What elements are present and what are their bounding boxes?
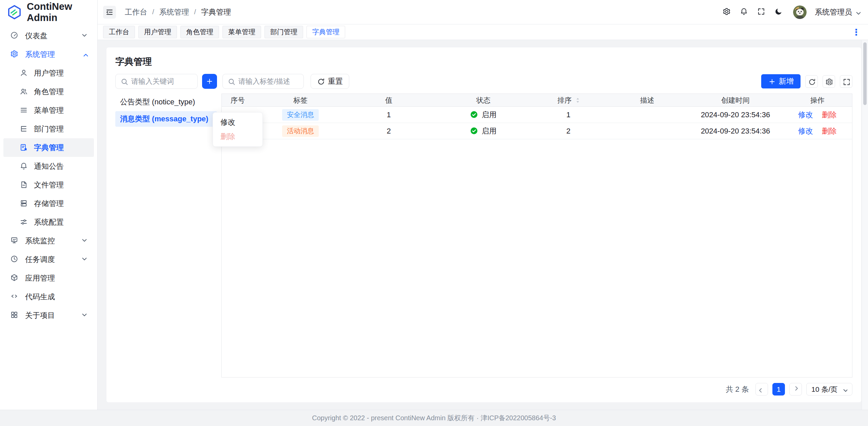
- sidebar-item-system-management[interactable]: 系统管理: [0, 45, 97, 64]
- refresh-table-button[interactable]: [805, 75, 818, 88]
- row-actions: 修改删除: [798, 110, 837, 120]
- settings-icon[interactable]: [723, 7, 732, 17]
- sidebar-item-about-project[interactable]: 关于项目: [0, 306, 97, 325]
- check-circle-icon: [470, 127, 478, 135]
- sidebar-item-task-schedule[interactable]: 任务调度: [0, 250, 97, 269]
- chevron-down-icon: [80, 255, 90, 264]
- notification-bell-icon[interactable]: [740, 7, 749, 17]
- fullscreen-icon[interactable]: [757, 7, 766, 17]
- dict-type-list: 公告类型 (notice_type) 消息类型 (message_type): [115, 94, 217, 378]
- column-header-status: 状态: [436, 96, 531, 105]
- tab-dict-management[interactable]: 字典管理: [307, 26, 345, 38]
- context-menu-edit[interactable]: 修改: [213, 115, 262, 129]
- scrollbar-track[interactable]: [862, 40, 868, 410]
- chevron-down-icon: [842, 386, 847, 392]
- breadcrumb-system-management[interactable]: 系统管理: [159, 7, 189, 17]
- sidebar-item-app-management[interactable]: 应用管理: [0, 269, 97, 287]
- dict-keyword-search[interactable]: [115, 74, 198, 89]
- edit-link[interactable]: 修改: [798, 126, 813, 136]
- header-actions: 系统管理员: [723, 5, 861, 19]
- tab-department-management[interactable]: 部门管理: [264, 26, 303, 38]
- dict-management-card: 字典管理: [106, 47, 861, 402]
- sidebar-item-user-management[interactable]: 用户管理: [0, 64, 97, 82]
- dark-mode-moon-icon[interactable]: [774, 7, 784, 17]
- sidebar: ContiNew Admin 仪表盘 系统管理 用户管理: [0, 0, 98, 410]
- column-header-created-at: 创建时间: [688, 96, 783, 105]
- file-icon: [20, 181, 28, 189]
- next-page-button[interactable]: [789, 383, 802, 395]
- add-dict-button[interactable]: [202, 74, 217, 89]
- search-icon: [120, 78, 128, 85]
- breadcrumb-separator: /: [152, 8, 154, 16]
- sidebar-item-role-management[interactable]: 角色管理: [0, 82, 97, 101]
- sliders-icon: [20, 218, 28, 227]
- breadcrumb-workplace[interactable]: 工作台: [125, 7, 147, 17]
- column-header-sort[interactable]: 排序: [531, 96, 606, 105]
- scrollbar-thumb[interactable]: [863, 42, 867, 105]
- dict-keyword-input[interactable]: [131, 77, 193, 85]
- tab-actions-more-icon[interactable]: ⋮: [852, 28, 863, 37]
- sidebar-item-system-config[interactable]: 系统配置: [0, 213, 97, 231]
- sidebar-item-code-generation[interactable]: 代码生成: [0, 287, 97, 306]
- sidebar-item-department-management[interactable]: 部门管理: [0, 120, 97, 138]
- delete-link[interactable]: 删除: [822, 126, 837, 136]
- tab-workplace[interactable]: 工作台: [103, 26, 135, 38]
- pagination: 共 2 条 1 10 条/页: [115, 383, 852, 395]
- tag-badge: 安全消息: [282, 109, 319, 121]
- new-item-button[interactable]: 新增: [761, 74, 801, 88]
- user-avatar[interactable]: [793, 5, 807, 19]
- content-area: 字典管理: [98, 40, 868, 410]
- collapse-sidebar-button[interactable]: [103, 6, 116, 19]
- sidebar-item-dict-management[interactable]: 字典管理: [3, 138, 94, 157]
- tab-menu-management[interactable]: 菜单管理: [222, 26, 261, 38]
- page-size-select[interactable]: 10 条/页: [806, 383, 852, 395]
- item-search[interactable]: [222, 74, 304, 89]
- dict-item-table: 序号 标签 值 状态 排序 描述 创建时间 操作: [221, 94, 852, 378]
- sidebar-item-menu-management[interactable]: 菜单管理: [0, 101, 97, 120]
- delete-link[interactable]: 删除: [822, 110, 837, 120]
- dict-type-message[interactable]: 消息类型 (message_type): [115, 111, 217, 127]
- chevron-down-icon: [80, 311, 90, 320]
- fullscreen-table-button[interactable]: [840, 75, 852, 88]
- plus-icon: [768, 78, 775, 85]
- main-area: 工作台 / 系统管理 / 字典管理: [98, 0, 868, 410]
- table-row[interactable]: 2 活动消息 2 启用 2 2024-09-20 23:54:36 修改删除: [222, 123, 852, 139]
- sort-carets-icon[interactable]: [574, 96, 579, 104]
- storage-icon: [20, 199, 28, 208]
- sidebar-item-storage-management[interactable]: 存储管理: [0, 194, 97, 213]
- sidebar-item-dashboard[interactable]: 仪表盘: [0, 26, 97, 45]
- gear-icon: [10, 50, 20, 59]
- context-menu: 修改 删除: [213, 112, 263, 147]
- chevron-left-icon: [758, 386, 765, 392]
- dict-type-notice[interactable]: 公告类型 (notice_type): [115, 94, 217, 110]
- tab-role-management[interactable]: 角色管理: [180, 26, 219, 38]
- sidebar-item-system-monitor[interactable]: 系统监控: [0, 231, 97, 250]
- column-settings-button[interactable]: [823, 75, 835, 88]
- row-actions: 修改删除: [798, 126, 837, 136]
- page-1-button[interactable]: 1: [772, 383, 785, 395]
- table-empty-space: [222, 139, 852, 377]
- app-root: ContiNew Admin 仪表盘 系统管理 用户管理: [0, 0, 868, 426]
- menu-lines-icon: [20, 106, 28, 115]
- app-logo[interactable]: ContiNew Admin: [0, 0, 97, 24]
- tab-user-management[interactable]: 用户管理: [138, 26, 177, 38]
- item-search-input[interactable]: [238, 77, 299, 85]
- grid-icon: [10, 311, 20, 320]
- column-header-actions: 操作: [783, 96, 852, 105]
- gear-icon: [825, 78, 832, 85]
- column-header-index: 序号: [222, 96, 260, 105]
- cube-icon: [10, 273, 20, 283]
- sidebar-menu: 仪表盘 系统管理 用户管理 角色管理 菜单管: [0, 24, 97, 410]
- sidebar-item-file-management[interactable]: 文件管理: [0, 176, 97, 194]
- context-menu-delete[interactable]: 删除: [213, 129, 262, 144]
- sidebar-item-notice[interactable]: 通知公告: [0, 157, 97, 176]
- chevron-down-icon: [854, 9, 861, 15]
- table-row[interactable]: 1 安全消息 1 启用 1 2024-09-20 23:54:36 修改删除: [222, 107, 852, 123]
- edit-link[interactable]: 修改: [798, 110, 813, 120]
- reset-button[interactable]: 重置: [311, 74, 349, 89]
- column-header-tag: 标签: [260, 96, 342, 105]
- prev-page-button[interactable]: [755, 383, 768, 395]
- app-title: ContiNew Admin: [27, 1, 97, 23]
- user-menu[interactable]: 系统管理员: [815, 7, 861, 17]
- chevron-down-icon: [80, 31, 90, 41]
